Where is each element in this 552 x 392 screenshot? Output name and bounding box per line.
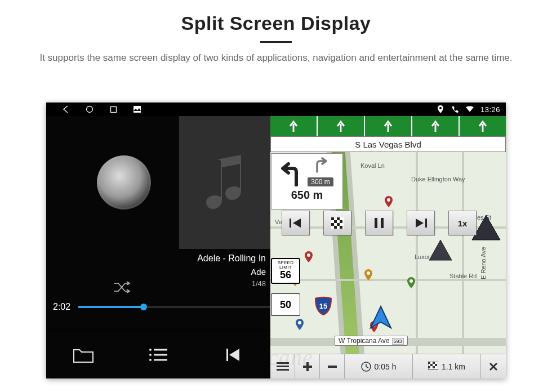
- status-bar: 13:26: [46, 103, 506, 116]
- svg-point-3: [439, 107, 442, 109]
- recents-icon[interactable]: [109, 105, 117, 113]
- svg-point-4: [149, 349, 152, 351]
- lane-arrow: [318, 116, 364, 136]
- track-title: Adele - Rolling In: [197, 253, 266, 264]
- svg-rect-7: [154, 354, 167, 355]
- svg-rect-22: [334, 220, 337, 223]
- svg-point-6: [149, 354, 152, 356]
- turn-right-icon: [314, 157, 327, 173]
- menu-button[interactable]: [270, 354, 295, 378]
- svg-rect-27: [340, 226, 342, 229]
- svg-rect-42: [430, 364, 433, 366]
- skip-next-button[interactable]: [407, 211, 435, 235]
- seek-track[interactable]: [78, 306, 270, 308]
- nav-bottom-bar: 0:05 h 1.1 km: [270, 354, 506, 378]
- elapsed-time: 2:02: [53, 302, 70, 312]
- turn-distance: 650 m: [291, 189, 323, 202]
- svg-rect-41: [433, 362, 435, 364]
- svg-rect-40: [428, 362, 430, 364]
- svg-rect-33: [277, 366, 289, 367]
- svg-rect-18: [290, 219, 291, 228]
- next-turn-small: 300 m: [308, 177, 333, 186]
- svg-rect-21: [337, 217, 340, 220]
- svg-rect-26: [334, 226, 337, 229]
- svg-rect-5: [154, 349, 167, 350]
- shuffle-button[interactable]: [113, 280, 131, 296]
- svg-point-8: [149, 359, 152, 361]
- svg-rect-9: [154, 359, 167, 360]
- wifi-icon: [466, 105, 474, 113]
- playback-speed-button[interactable]: 1x: [448, 211, 477, 235]
- lane-arrow: [270, 116, 317, 136]
- lane-arrow: [460, 116, 506, 136]
- svg-rect-45: [433, 366, 435, 368]
- svg-rect-20: [331, 217, 334, 220]
- lane-arrow: [365, 116, 411, 136]
- play-button[interactable]: [97, 155, 151, 210]
- track-artist: Ade: [251, 267, 266, 277]
- poi-pin[interactable]: [304, 251, 313, 262]
- music-note-icon: [199, 152, 250, 213]
- distance-display: 1.1 km: [413, 354, 481, 378]
- road-label-duke: Duke Ellington Way: [411, 176, 465, 182]
- road-label-ereno: E Reno Ave: [480, 247, 487, 279]
- seek-thumb[interactable]: [140, 304, 147, 310]
- interstate-shield: 15: [314, 296, 332, 315]
- pause-button[interactable]: [365, 211, 393, 235]
- eta-display: 0:05 h: [345, 354, 413, 378]
- svg-rect-23: [340, 220, 342, 223]
- flag-icon: [428, 362, 438, 372]
- poi-pin[interactable]: [407, 277, 416, 288]
- picture-icon[interactable]: [133, 105, 141, 113]
- speed-limit-sign: SPEED LIMIT 56: [271, 258, 300, 284]
- music-pane: Adele - Rolling In Ade 1/48 2:02: [46, 116, 270, 378]
- album-art: [179, 116, 270, 249]
- svg-point-15: [409, 279, 413, 283]
- poi-pin[interactable]: [384, 196, 393, 207]
- svg-rect-32: [277, 362, 289, 364]
- page-title: Split Screen Display: [0, 12, 552, 34]
- prev-button[interactable]: [217, 339, 249, 371]
- landmark-pyramid: [428, 239, 453, 261]
- phone-icon: [451, 105, 459, 113]
- device-frame: 13:26 Adele - Rolling In Ade 1/48 2:02: [46, 103, 506, 378]
- route-sign: 50: [271, 293, 300, 316]
- back-icon[interactable]: [62, 105, 70, 113]
- turn-card: 300 m 650 m: [271, 153, 343, 210]
- svg-rect-24: [331, 223, 334, 226]
- svg-point-11: [307, 253, 310, 257]
- skip-prev-button[interactable]: [282, 211, 310, 235]
- svg-rect-36: [303, 366, 312, 368]
- svg-point-16: [298, 321, 301, 324]
- navigation-pane: Koval Ln Duke Ellington Way Vegas Blvd L…: [270, 116, 506, 378]
- poi-pin[interactable]: [295, 319, 304, 330]
- lane-guidance: [270, 116, 506, 136]
- svg-rect-43: [435, 364, 437, 366]
- home-icon[interactable]: [86, 105, 94, 113]
- svg-rect-28: [375, 218, 377, 228]
- seek-bar[interactable]: 2:02: [53, 302, 270, 312]
- zoom-in-button[interactable]: [295, 354, 320, 378]
- svg-rect-44: [428, 366, 430, 368]
- folder-button[interactable]: [68, 339, 99, 371]
- svg-point-14: [387, 198, 390, 202]
- zoom-out-button[interactable]: [320, 354, 345, 378]
- page-subtitle: It supports the same screen display of t…: [28, 51, 524, 65]
- svg-rect-30: [425, 219, 427, 228]
- svg-rect-29: [381, 218, 384, 228]
- playlist-button[interactable]: [143, 339, 174, 371]
- svg-rect-25: [337, 223, 340, 226]
- svg-rect-37: [328, 366, 337, 368]
- music-bottom-bar: [46, 330, 270, 378]
- close-button[interactable]: [481, 354, 506, 378]
- svg-rect-34: [277, 369, 289, 371]
- svg-point-0: [87, 106, 93, 113]
- poi-pin[interactable]: [364, 269, 373, 280]
- road-label-stable: Stable Rd: [449, 273, 477, 279]
- seek-fill: [78, 306, 144, 308]
- clock-icon: [361, 362, 371, 372]
- checkered-flag-button[interactable]: [323, 211, 351, 235]
- road-label-koval: Koval Ln: [360, 162, 385, 169]
- location-icon: [437, 105, 444, 113]
- current-road: S Las Vegas Blvd: [270, 136, 506, 152]
